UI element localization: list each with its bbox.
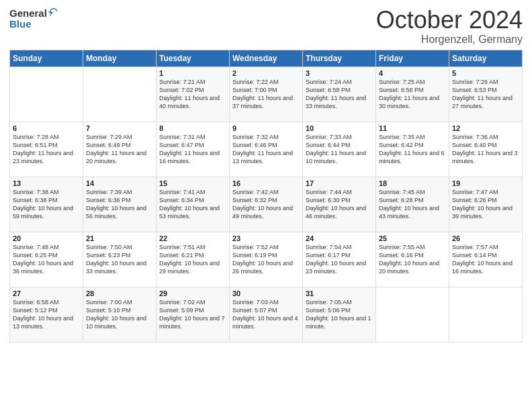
day-number: 23 [232,234,300,242]
daylight-text: Daylight: 11 hours and 27 minutes. [452,95,513,109]
day-cell-4-2: 29 Sunrise: 7:02 AM Sunset: 5:09 PM Dayl… [157,287,230,342]
sunset-text: Sunset: 6:23 PM [86,252,131,259]
sunrise-text: Sunrise: 7:35 AM [379,134,425,140]
week-row-4: 27 Sunrise: 6:58 AM Sunset: 5:12 PM Dayl… [10,287,523,342]
header: General Blue October 2024 Horgenzell, Ge… [9,7,523,46]
sunrise-text: Sunrise: 7:29 AM [86,134,132,140]
sunrise-text: Sunrise: 7:45 AM [379,189,425,195]
day-info: Sunrise: 7:32 AM Sunset: 6:46 PM Dayligh… [232,133,300,166]
sunrise-text: Sunrise: 7:55 AM [379,244,425,250]
daylight-text: Daylight: 10 hours and 56 minutes. [86,205,146,220]
day-number: 31 [306,289,373,298]
day-info: Sunrise: 7:35 AM Sunset: 6:42 PM Dayligh… [379,133,446,166]
day-info: Sunrise: 7:22 AM Sunset: 7:00 PM Dayligh… [232,78,300,111]
daylight-text: Daylight: 11 hours and 20 minutes. [86,150,146,165]
day-cell-3-6: 26 Sunrise: 7:57 AM Sunset: 6:14 PM Dayl… [449,232,523,287]
sunset-text: Sunset: 6:14 PM [452,252,497,259]
day-number: 4 [379,69,446,77]
day-info: Sunrise: 7:33 AM Sunset: 6:44 PM Dayligh… [306,133,373,166]
day-cell-2-4: 17 Sunrise: 7:44 AM Sunset: 6:30 PM Dayl… [303,177,376,232]
day-info: Sunrise: 7:41 AM Sunset: 6:34 PM Dayligh… [159,188,226,221]
day-info: Sunrise: 7:36 AM Sunset: 6:40 PM Dayligh… [452,133,519,166]
sunrise-text: Sunrise: 7:48 AM [13,244,59,250]
day-number: 30 [232,289,300,298]
day-number: 28 [86,289,153,298]
day-number: 29 [159,289,226,298]
daylight-text: Daylight: 11 hours and 6 minutes. [379,150,445,165]
day-info: Sunrise: 7:02 AM Sunset: 5:09 PM Dayligh… [159,298,226,331]
day-number: 9 [232,124,300,132]
day-info: Sunrise: 6:58 AM Sunset: 5:12 PM Dayligh… [13,298,80,331]
day-cell-0-3: 2 Sunrise: 7:22 AM Sunset: 7:00 PM Dayli… [230,66,303,122]
sunset-text: Sunset: 5:06 PM [306,307,351,314]
day-cell-1-1: 7 Sunrise: 7:29 AM Sunset: 6:49 PM Dayli… [83,122,157,177]
daylight-text: Daylight: 11 hours and 33 minutes. [306,95,366,109]
day-number: 27 [13,289,80,298]
header-monday: Monday [83,50,157,66]
sunrise-text: Sunrise: 7:52 AM [232,244,279,250]
day-info: Sunrise: 7:38 AM Sunset: 6:38 PM Dayligh… [13,188,80,221]
day-number: 5 [452,69,519,77]
daylight-text: Daylight: 10 hours and 46 minutes. [306,205,366,220]
location-title: Horgenzell, Germany [376,34,523,46]
sunrise-text: Sunrise: 6:58 AM [13,299,59,306]
day-number: 6 [13,124,80,132]
day-cell-1-2: 8 Sunrise: 7:31 AM Sunset: 6:47 PM Dayli… [157,122,230,177]
day-number: 14 [86,179,153,187]
day-cell-2-6: 19 Sunrise: 7:47 AM Sunset: 6:26 PM Dayl… [449,177,523,232]
daylight-text: Daylight: 11 hours and 16 minutes. [159,150,220,165]
sunrise-text: Sunrise: 7:21 AM [159,79,206,85]
sunrise-text: Sunrise: 7:26 AM [452,79,498,85]
daylight-text: Daylight: 10 hours and 53 minutes. [159,205,220,220]
sunset-text: Sunset: 5:07 PM [232,307,277,314]
day-cell-1-0: 6 Sunrise: 7:28 AM Sunset: 6:51 PM Dayli… [10,122,83,177]
sunset-text: Sunset: 6:53 PM [452,87,497,93]
sunset-text: Sunset: 6:19 PM [232,252,277,259]
logo-blue: Blue [9,19,59,29]
day-info: Sunrise: 7:47 AM Sunset: 6:26 PM Dayligh… [452,188,519,221]
day-cell-1-3: 9 Sunrise: 7:32 AM Sunset: 6:46 PM Dayli… [230,122,303,177]
day-number: 12 [452,124,519,132]
week-row-2: 13 Sunrise: 7:38 AM Sunset: 6:38 PM Dayl… [10,177,523,232]
daylight-text: Daylight: 10 hours and 29 minutes. [159,260,220,275]
sunset-text: Sunset: 6:42 PM [379,142,424,148]
header-friday: Friday [376,50,449,66]
day-info: Sunrise: 7:42 AM Sunset: 6:32 PM Dayligh… [232,188,300,221]
header-saturday: Saturday [449,50,523,66]
day-info: Sunrise: 7:21 AM Sunset: 7:02 PM Dayligh… [159,78,226,111]
sunrise-text: Sunrise: 7:31 AM [159,134,206,140]
sunset-text: Sunset: 7:00 PM [232,87,277,93]
daylight-text: Daylight: 10 hours and 39 minutes. [452,205,513,220]
day-info: Sunrise: 7:25 AM Sunset: 6:56 PM Dayligh… [379,78,446,111]
day-cell-4-0: 27 Sunrise: 6:58 AM Sunset: 5:12 PM Dayl… [10,287,83,342]
sunset-text: Sunset: 6:34 PM [159,197,204,203]
day-cell-1-4: 10 Sunrise: 7:33 AM Sunset: 6:44 PM Dayl… [303,122,376,177]
sunrise-text: Sunrise: 7:47 AM [452,189,498,195]
day-cell-4-3: 30 Sunrise: 7:03 AM Sunset: 5:07 PM Dayl… [230,287,303,342]
day-info: Sunrise: 7:39 AM Sunset: 6:36 PM Dayligh… [86,188,153,221]
logo-bird-icon [47,7,59,19]
day-number: 17 [306,179,373,187]
sunrise-text: Sunrise: 7:39 AM [86,189,132,195]
sunset-text: Sunset: 6:26 PM [452,197,497,203]
sunrise-text: Sunrise: 7:33 AM [306,134,352,140]
day-info: Sunrise: 7:24 AM Sunset: 6:58 PM Dayligh… [306,78,373,111]
sunset-text: Sunset: 6:47 PM [159,142,204,148]
day-number: 22 [159,234,226,242]
day-cell-0-1 [83,66,157,122]
day-cell-0-2: 1 Sunrise: 7:21 AM Sunset: 7:02 PM Dayli… [157,66,230,122]
sunset-text: Sunset: 6:49 PM [86,142,131,148]
day-cell-0-0 [10,66,83,122]
header-thursday: Thursday [303,50,376,66]
header-tuesday: Tuesday [157,50,230,66]
sunset-text: Sunset: 5:09 PM [159,307,204,314]
day-cell-3-4: 24 Sunrise: 7:54 AM Sunset: 6:17 PM Dayl… [303,232,376,287]
day-info: Sunrise: 7:26 AM Sunset: 6:53 PM Dayligh… [452,78,519,111]
sunrise-text: Sunrise: 7:36 AM [452,134,498,140]
daylight-text: Daylight: 10 hours and 4 minutes. [232,315,298,330]
sunset-text: Sunset: 6:32 PM [232,197,277,203]
sunrise-text: Sunrise: 7:28 AM [13,134,59,140]
day-info: Sunrise: 7:00 AM Sunset: 5:10 PM Dayligh… [86,298,153,331]
month-title: October 2024 [376,7,523,34]
sunrise-text: Sunrise: 7:03 AM [232,299,279,306]
